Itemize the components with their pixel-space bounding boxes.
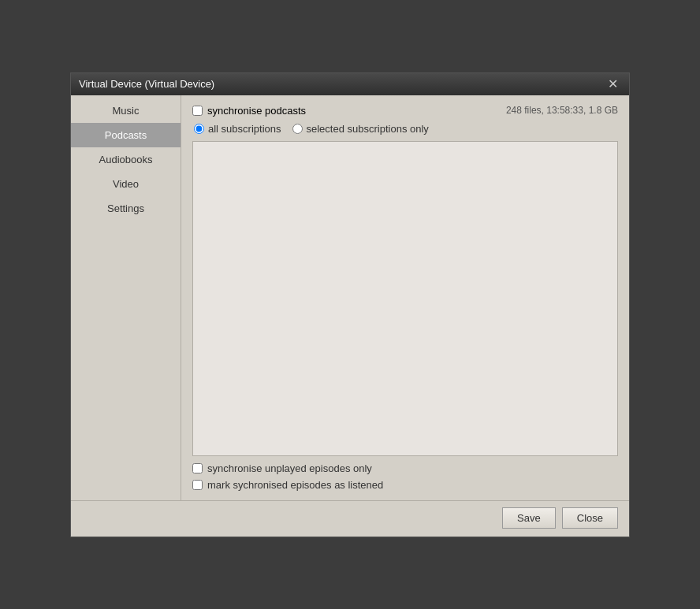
bottom-checkboxes: synchronise unplayed episodes only mark … <box>192 462 618 491</box>
subscription-radio-row: all subscriptions selected subscriptions… <box>194 123 618 135</box>
sync-unplayed-label[interactable]: synchronise unplayed episodes only <box>192 462 618 474</box>
selected-subscriptions-radio[interactable] <box>292 124 303 134</box>
save-button[interactable]: Save <box>502 507 556 529</box>
file-info: 248 files, 13:58:33, 1.8 GB <box>506 105 618 116</box>
sync-podcasts-row: synchronise podcasts <box>192 105 306 117</box>
selected-subscriptions-label[interactable]: selected subscriptions only <box>292 123 429 135</box>
sync-unplayed-checkbox[interactable] <box>192 463 203 473</box>
subscription-list-box <box>192 141 618 456</box>
sync-podcasts-checkbox[interactable] <box>192 106 203 116</box>
main-panel: synchronise podcasts 248 files, 13:58:33… <box>181 95 629 500</box>
title-bar: Virtual Device (Virtual Device) ✕ <box>71 73 629 95</box>
all-subscriptions-label[interactable]: all subscriptions <box>194 123 281 135</box>
selected-subscriptions-text: selected subscriptions only <box>307 123 429 135</box>
close-button[interactable]: Close <box>562 507 618 529</box>
all-subscriptions-radio[interactable] <box>194 124 204 134</box>
sidebar-item-podcasts[interactable]: Podcasts <box>71 123 181 147</box>
sidebar-item-audiobooks[interactable]: Audiobooks <box>71 147 181 172</box>
mark-listened-label[interactable]: mark sychronised episodes as listened <box>192 479 618 491</box>
sidebar: Music Podcasts Audiobooks Video Settings <box>71 95 181 500</box>
top-row: synchronise podcasts 248 files, 13:58:33… <box>192 105 618 117</box>
sidebar-item-video[interactable]: Video <box>71 172 181 196</box>
all-subscriptions-text: all subscriptions <box>208 123 281 135</box>
sidebar-item-music[interactable]: Music <box>71 98 181 123</box>
main-window: Virtual Device (Virtual Device) ✕ Music … <box>70 72 630 537</box>
sidebar-item-settings[interactable]: Settings <box>71 196 181 221</box>
window-close-button[interactable]: ✕ <box>605 78 621 91</box>
sync-podcasts-label[interactable]: synchronise podcasts <box>207 105 306 117</box>
mark-listened-text: mark sychronised episodes as listened <box>207 479 383 491</box>
content-area: Music Podcasts Audiobooks Video Settings… <box>71 95 629 500</box>
window-title: Virtual Device (Virtual Device) <box>79 78 214 90</box>
sync-unplayed-text: synchronise unplayed episodes only <box>207 462 372 474</box>
footer: Save Close <box>71 500 629 537</box>
mark-listened-checkbox[interactable] <box>192 480 203 490</box>
